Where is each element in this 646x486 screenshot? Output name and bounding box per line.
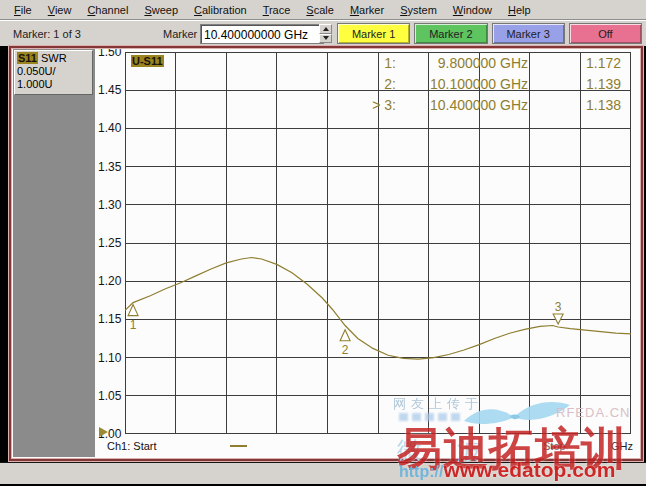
readout-frequency: 9.800000 GHz [396, 55, 528, 71]
trace-info-box[interactable]: S11 SWR 0.050U/ 1.000U [14, 50, 93, 95]
trace-marker-2[interactable]: 2 [340, 330, 350, 357]
readout-marker-number: > 3: [358, 97, 396, 113]
readout-marker-number: 2: [358, 76, 396, 92]
toolbar-button-marker-1[interactable]: Marker 1 [337, 23, 410, 44]
channel-start-label: Ch1: Start [107, 440, 157, 452]
marker-readout-table: 1:9.800000 GHz1.1722:10.100000 GHz1.139>… [358, 55, 621, 118]
toolbar-button-off[interactable]: Off [569, 23, 642, 44]
y-tick-label: 1.05 [98, 389, 124, 403]
y-tick-label: 1.35 [98, 160, 124, 174]
trace-marker-1[interactable]: 1 [128, 305, 138, 332]
marker-frequency-stepper [319, 24, 332, 43]
marker-readout-row: > 3:10.400000 GHz1.138 [358, 97, 621, 118]
y-tick-label: 1.40 [98, 121, 124, 135]
stepper-up-button[interactable] [319, 24, 332, 34]
marker-button-group: Marker 1Marker 2Marker 3Off [337, 23, 642, 44]
trace-marker-3[interactable]: 3 [553, 300, 563, 324]
menu-item-trace[interactable]: Trace [255, 2, 299, 18]
y-tick-label: 1.50 [98, 45, 124, 59]
menu-item-window[interactable]: Window [445, 2, 500, 18]
marker-toolbar: Marker: 1 of 3 Marker 3 Marker 1Marker 2… [0, 20, 646, 46]
up-arrow-icon [323, 27, 329, 31]
toolbar-button-marker-2[interactable]: Marker 2 [414, 23, 487, 44]
readout-value: 1.139 [528, 76, 621, 92]
menu-item-help[interactable]: Help [500, 2, 539, 18]
menu-item-channel[interactable]: Channel [79, 2, 136, 18]
readout-marker-number: 1: [358, 55, 396, 71]
svg-text:2: 2 [342, 343, 349, 357]
y-tick-label: 1.10 [98, 351, 124, 365]
trace-reference: 1.000U [17, 78, 92, 91]
status-bar: Status CH 1: S11 C 1-Port [0, 462, 646, 484]
menu-item-file[interactable]: File [6, 2, 40, 18]
marker-status-label: Marker: 1 of 3 [13, 28, 81, 40]
menu-item-calibration[interactable]: Calibration [186, 2, 255, 18]
menu-item-system[interactable]: System [392, 2, 445, 18]
stepper-down-button[interactable] [319, 34, 332, 44]
menu-bar: FileViewChannelSweepCalibrationTraceScal… [0, 0, 646, 20]
menu-item-sweep[interactable]: Sweep [136, 2, 186, 18]
y-tick-label: 1.45 [98, 83, 124, 97]
reference-level-arrow-icon [99, 427, 108, 437]
readout-frequency: 10.400000 GHz [396, 97, 528, 113]
down-arrow-icon [323, 36, 329, 40]
y-tick-label: 1.20 [98, 274, 124, 288]
toolbar-button-marker-3[interactable]: Marker 3 [492, 23, 565, 44]
readout-value: 1.172 [528, 55, 621, 71]
y-tick-label: 1.30 [98, 198, 124, 212]
svg-text:1: 1 [130, 318, 137, 332]
marker-frequency-input[interactable] [200, 24, 324, 44]
marker-readout-row: 1:9.800000 GHz1.172 [358, 55, 621, 76]
trace-param-chip: S11 [17, 52, 38, 64]
menu-item-view[interactable]: View [40, 2, 80, 18]
channel-stop-unit: GHz [611, 440, 633, 452]
readout-value: 1.138 [528, 97, 621, 113]
svg-text:3: 3 [555, 300, 562, 314]
menu-item-marker[interactable]: Marker [342, 2, 392, 18]
vna-app-screen: FileViewChannelSweepCalibrationTraceScal… [0, 0, 646, 486]
trace-scale: 0.050U/ [17, 65, 92, 78]
trace-format: SWR [41, 52, 67, 64]
sweep-indicator-dash [230, 445, 247, 447]
y-tick-label: 1.25 [98, 236, 124, 250]
menu-item-scale[interactable]: Scale [298, 2, 342, 18]
marker-readout-row: 2:10.100000 GHz1.139 [358, 76, 621, 97]
active-trace-label: U-S11 [131, 55, 164, 67]
y-tick-label: 1.15 [98, 312, 124, 326]
channel-stop-label: Stop [543, 440, 566, 452]
trace-sidebar [13, 49, 95, 457]
readout-frequency: 10.100000 GHz [396, 76, 528, 92]
